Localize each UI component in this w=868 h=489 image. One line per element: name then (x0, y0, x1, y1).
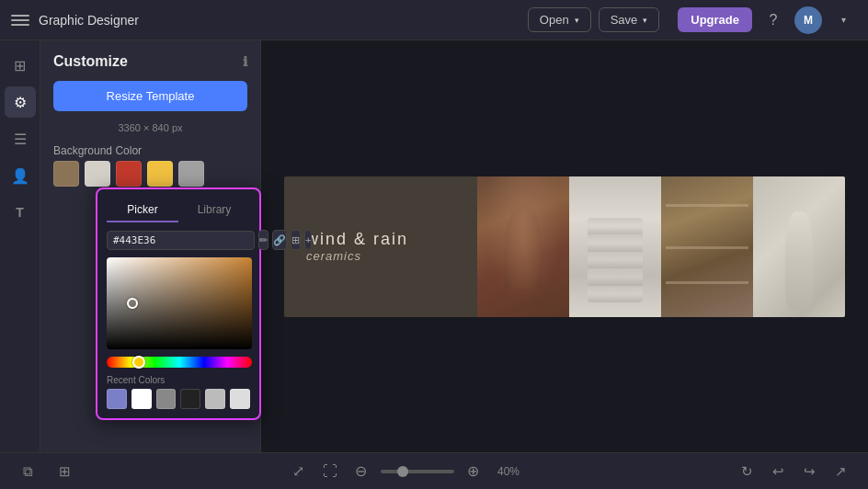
color-swatches (53, 161, 247, 187)
design-canvas: wind & rain ceramics (284, 176, 845, 317)
sidebar-icon-grid[interactable]: ⊞ (5, 50, 36, 81)
topbar-right: Upgrade ? M ▾ (678, 6, 857, 34)
zoom-controls: ⤢ ⛶ ⊖ ⊕ 40% (287, 460, 525, 483)
resize-template-button[interactable]: Resize Template (53, 81, 247, 111)
swatch-2[interactable] (85, 161, 110, 187)
recent-colors-label: Recent Colors (107, 375, 250, 385)
template-size: 3360 × 840 px (53, 122, 247, 133)
gradient-thumb (127, 298, 138, 309)
canvas-photos (477, 176, 845, 317)
save-button[interactable]: Save ▾ (599, 7, 660, 32)
bottom-bar: ⧉ ⊞ ⤢ ⛶ ⊖ ⊕ 40% ↻ ↩ ↪ ↗ (0, 452, 868, 489)
recent-swatch-5[interactable] (205, 389, 225, 409)
undo-button[interactable]: ↩ (765, 459, 791, 484)
help-button[interactable]: ? (760, 6, 787, 34)
avatar[interactable]: M (794, 6, 822, 34)
background-color-label: Background Color (53, 144, 247, 157)
zoom-out-button[interactable]: ⊖ (349, 460, 373, 483)
panel-title: Customize (53, 53, 128, 70)
canvas-brand-line2: ceramics (306, 249, 361, 263)
zoom-percent: 40% (493, 465, 525, 478)
left-panel: Customize ℹ Resize Template 3360 × 840 p… (40, 40, 261, 452)
recent-swatch-3[interactable] (156, 389, 177, 409)
swatch-3[interactable] (116, 161, 142, 187)
picker-tabs: Picker Library (107, 199, 250, 222)
canvas-brand-line1: wind & rain (306, 230, 408, 250)
bottom-right-actions: ↻ ↩ ↪ ↗ (734, 459, 853, 484)
open-button[interactable]: Open ▾ (528, 7, 591, 32)
hex-row: ✏ 🔗 ⊞ + (107, 230, 250, 250)
gradient-canvas[interactable] (107, 257, 252, 349)
fit-canvas-button[interactable]: ⤢ (287, 460, 311, 483)
canvas-photo-1 (477, 176, 569, 317)
sidebar-icon-people[interactable]: 👤 (5, 160, 36, 191)
swatch-1[interactable] (53, 161, 79, 187)
crop-button[interactable]: ⛶ (318, 460, 342, 483)
grid-icon[interactable]: ⊞ (291, 230, 301, 250)
tab-library[interactable]: Library (178, 199, 250, 222)
swatch-5[interactable] (178, 161, 204, 187)
hue-slider[interactable] (107, 357, 252, 368)
sidebar-icon-filter[interactable]: ⚙ (5, 86, 36, 118)
canvas-left-text: wind & rain ceramics (284, 176, 477, 317)
canvas-photo-4 (753, 176, 845, 317)
recent-swatches (107, 389, 250, 409)
panel-title-row: Customize ℹ (53, 53, 247, 70)
panel-info-icon[interactable]: ℹ (243, 54, 247, 69)
avatar-chevron[interactable]: ▾ (829, 6, 857, 34)
hue-thumb (132, 356, 145, 369)
recent-swatch-6[interactable] (230, 389, 250, 409)
zoom-in-button[interactable]: ⊕ (462, 460, 485, 483)
share-button[interactable]: ↗ (828, 459, 853, 484)
recent-swatch-1[interactable] (107, 389, 127, 409)
canvas-area: wind & rain ceramics (261, 40, 868, 452)
sidebar-icon-text[interactable]: T (5, 197, 36, 228)
topbar-actions: Open ▾ Save ▾ (528, 7, 659, 32)
eyedropper-icon[interactable]: ✏ (258, 230, 268, 250)
add-icon[interactable]: + (304, 230, 312, 250)
sidebar-icon-layers[interactable]: ☰ (5, 123, 36, 154)
layers-bottom-icon[interactable]: ⧉ (15, 459, 40, 484)
grid-bottom-icon[interactable]: ⊞ (51, 459, 77, 484)
upgrade-button[interactable]: Upgrade (678, 7, 752, 32)
tab-picker[interactable]: Picker (107, 199, 178, 222)
background-color-section: Background Color (53, 144, 247, 187)
recent-swatch-2[interactable] (131, 389, 152, 409)
link-icon[interactable]: 🔗 (272, 230, 287, 250)
canvas-photo-3 (661, 176, 753, 317)
canvas-photo-2 (569, 176, 661, 317)
refresh-button[interactable]: ↻ (734, 459, 760, 484)
main-layout: ⊞ ⚙ ☰ 👤 T Customize ℹ Resize Template 33… (0, 40, 868, 452)
color-picker-popup: Picker Library ✏ 🔗 ⊞ + Recent Colors (96, 188, 261, 420)
hex-input[interactable] (107, 231, 255, 250)
menu-icon[interactable] (11, 11, 29, 29)
app-title: Graphic Designer (39, 13, 519, 28)
open-chevron: ▾ (575, 16, 579, 25)
redo-button[interactable]: ↪ (796, 459, 822, 484)
topbar: Graphic Designer Open ▾ Save ▾ Upgrade ?… (0, 0, 868, 40)
zoom-slider[interactable] (381, 470, 454, 473)
icon-sidebar: ⊞ ⚙ ☰ 👤 T (0, 40, 40, 452)
recent-swatch-4[interactable] (180, 389, 200, 409)
zoom-slider-thumb (397, 466, 408, 477)
save-chevron: ▾ (643, 16, 647, 25)
swatch-4[interactable] (147, 161, 173, 187)
